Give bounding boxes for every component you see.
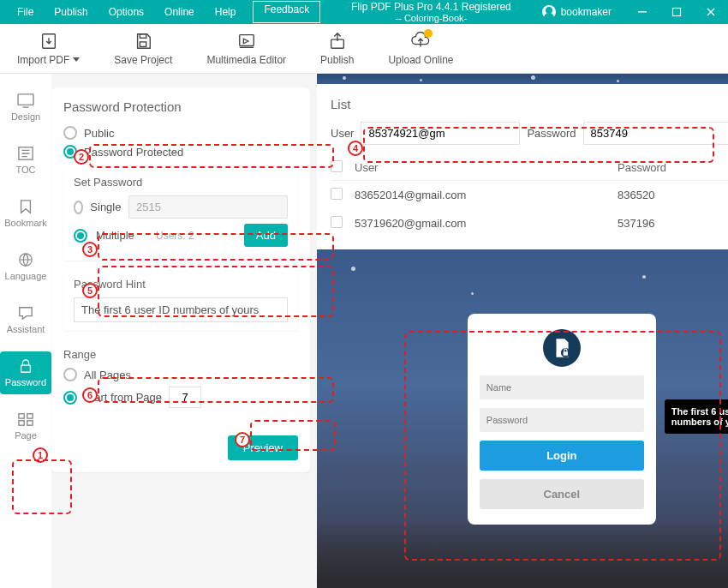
callout-badge-6: 6: [82, 387, 98, 403]
avatar-icon: [542, 5, 556, 19]
menu-help[interactable]: Help: [205, 1, 247, 23]
sidebar-item-design[interactable]: Design: [0, 86, 51, 129]
maximize-button[interactable]: [659, 0, 694, 24]
callout-badge-5: 5: [82, 283, 98, 298]
toolbar: Import PDF Save Project Multimedia Edito…: [0, 24, 728, 74]
list-title: List: [331, 97, 350, 111]
col-password: Password: [618, 161, 728, 174]
login-name-input[interactable]: [480, 375, 644, 399]
window-controls: [625, 0, 728, 24]
hint-tooltip: The first 6 user ID numbers of yours: [665, 399, 728, 434]
callout-badge-2: 2: [74, 149, 89, 165]
password-hint-label: Password Hint: [74, 278, 288, 291]
menu-bar: File Publish Options Online Help Feedbac…: [0, 1, 320, 23]
radio-icon: [74, 201, 83, 214]
set-password-label: Set Password: [74, 176, 288, 189]
login-dialog: Login Cancel The first 6 user ID numbers…: [468, 314, 656, 525]
close-button[interactable]: [694, 0, 728, 24]
row-checkbox[interactable]: [331, 216, 343, 228]
radio-icon: [63, 368, 77, 381]
start-page-input[interactable]: [169, 387, 201, 408]
user-table: User Password 83652014@gmail.com 836520 …: [331, 155, 728, 237]
login-button[interactable]: Login: [480, 441, 644, 471]
sidebar-item-bookmark[interactable]: Bookmark: [0, 192, 51, 235]
password-hint-input[interactable]: [74, 297, 288, 322]
row-checkbox[interactable]: [331, 188, 343, 200]
cancel-button[interactable]: Cancel: [480, 479, 644, 509]
svg-rect-10: [21, 365, 31, 372]
import-pdf-button[interactable]: Import PDF: [17, 32, 80, 66]
password-field-label: Password: [527, 127, 576, 140]
publish-button[interactable]: Publish: [320, 32, 354, 66]
minimize-button[interactable]: [625, 0, 659, 24]
radio-multiple[interactable]: [74, 229, 87, 243]
save-project-button[interactable]: Save Project: [114, 32, 172, 66]
menu-file[interactable]: File: [7, 1, 44, 23]
svg-rect-1: [673, 9, 681, 16]
feedback-button[interactable]: Feedback: [253, 1, 320, 23]
table-row: 53719620@gmail.com 537196: [331, 209, 728, 237]
svg-rect-7: [18, 94, 33, 105]
svg-rect-4: [140, 41, 146, 45]
callout-badge-7: 7: [235, 432, 250, 447]
callout-badge-3: 3: [82, 242, 98, 257]
right-panel: List User Password Add User P: [317, 74, 728, 588]
multimedia-editor-button[interactable]: Multimedia Editor: [206, 32, 286, 66]
sidebar-item-password[interactable]: Password: [0, 351, 51, 394]
password-protection-panel: Password Protection Public Password Prot…: [51, 74, 317, 588]
sidebar: Design TOC Bookmark Language Assistant P…: [0, 74, 51, 588]
svg-rect-12: [27, 414, 33, 418]
users-count: Users: 2: [156, 230, 194, 242]
svg-rect-11: [19, 414, 24, 418]
radio-icon: [63, 126, 77, 140]
upload-badge-icon: [424, 29, 433, 38]
svg-rect-0: [638, 11, 647, 13]
menu-publish[interactable]: Publish: [44, 1, 98, 23]
panel-title: Password Protection: [63, 99, 298, 114]
single-password-input: [128, 195, 288, 219]
user-info[interactable]: bookmaker: [542, 5, 612, 19]
table-row: 83652014@gmail.com 836520: [331, 181, 728, 209]
menu-online[interactable]: Online: [154, 1, 205, 23]
radio-all-pages[interactable]: All Pages: [63, 368, 298, 381]
sidebar-item-language[interactable]: Language: [0, 245, 51, 288]
svg-rect-3: [140, 33, 146, 38]
radio-icon: [63, 391, 77, 405]
svg-rect-14: [27, 421, 33, 425]
titlebar: File Publish Options Online Help Feedbac…: [0, 0, 728, 24]
radio-single[interactable]: Single: [74, 195, 288, 219]
range-label: Range: [63, 348, 298, 361]
callout-badge-1: 1: [33, 447, 48, 463]
login-password-input[interactable]: [480, 408, 644, 432]
radio-public[interactable]: Public: [63, 126, 298, 140]
radio-start-from[interactable]: Start from Page: [63, 387, 298, 408]
login-lock-icon: [543, 329, 581, 367]
radio-multiple-row: Multiple Users: 2 Add: [74, 224, 288, 247]
sidebar-item-page[interactable]: Page: [0, 405, 51, 447]
col-user: User: [355, 161, 618, 174]
svg-rect-16: [563, 351, 567, 355]
preview-area: Login Cancel The first 6 user ID numbers…: [317, 249, 728, 588]
svg-rect-13: [19, 421, 24, 425]
sidebar-item-toc[interactable]: TOC: [0, 139, 51, 182]
user-input[interactable]: [361, 122, 520, 145]
upload-online-button[interactable]: Upload Online: [388, 32, 453, 66]
callout-badge-4: 4: [348, 141, 363, 156]
sidebar-item-assistant[interactable]: Assistant: [0, 298, 51, 341]
username: bookmaker: [561, 6, 612, 18]
user-list-card: List User Password Add User P: [317, 84, 728, 249]
password-input[interactable]: [583, 122, 728, 145]
window-title: Flip PDF Plus Pro 4.4.1 Registered -- Co…: [320, 1, 541, 23]
menu-options[interactable]: Options: [98, 1, 154, 23]
select-all-checkbox[interactable]: [331, 160, 343, 172]
user-field-label: User: [331, 127, 354, 140]
radio-password-protected[interactable]: Password Protected: [63, 145, 298, 159]
add-user-button[interactable]: Add: [244, 224, 288, 247]
add-user-row: User Password Add: [331, 122, 728, 145]
